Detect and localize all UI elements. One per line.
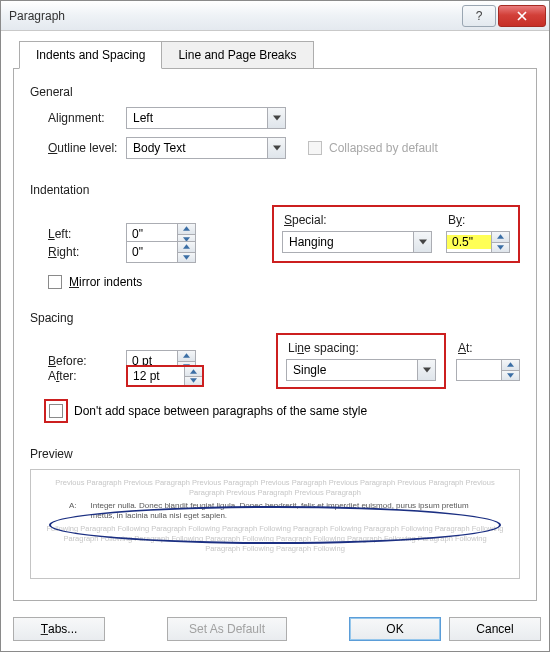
line-spacing-combo[interactable]: Single	[286, 359, 436, 381]
chevron-down-icon	[267, 138, 285, 158]
tab-line-page-breaks[interactable]: Line and Page Breaks	[161, 41, 313, 69]
after-spin[interactable]: 12 pt	[126, 365, 204, 387]
cancel-button[interactable]: Cancel	[449, 617, 541, 641]
spin-up-icon[interactable]	[502, 360, 519, 371]
section-preview: Preview	[30, 447, 520, 461]
ok-button[interactable]: OK	[349, 617, 441, 641]
collapsed-label: Collapsed by default	[329, 141, 438, 155]
tab-panel: General Alignment: Left OOutline level:u…	[13, 68, 537, 601]
spin-up-icon[interactable]	[178, 224, 195, 235]
preview-box: Previous Paragraph Previous Paragraph Pr…	[30, 469, 520, 579]
tabs-button[interactable]: Tabs...	[13, 617, 105, 641]
alignment-combo[interactable]: Left	[126, 107, 286, 129]
spin-down-icon[interactable]	[492, 243, 509, 253]
section-general: General	[30, 85, 520, 99]
no-space-same-style-checkbox[interactable]	[49, 404, 63, 418]
titlebar: Paragraph ?	[1, 1, 549, 31]
by-label: By:	[448, 213, 510, 227]
button-bar: Tabs... Set As Default OK Cancel	[1, 609, 549, 651]
special-label: Special:	[284, 213, 432, 227]
no-space-label: Don't add space between paragraphs of th…	[74, 404, 367, 418]
paragraph-dialog: Paragraph ? Indents and Spacing Line and…	[0, 0, 550, 652]
preview-annotation-ellipse	[49, 506, 501, 544]
spin-down-icon[interactable]	[178, 253, 195, 263]
spin-up-icon[interactable]	[185, 367, 202, 377]
spin-up-icon[interactable]	[178, 351, 195, 362]
section-spacing: Spacing	[30, 311, 520, 325]
indent-right-label: Right:	[30, 245, 126, 259]
window-title: Paragraph	[9, 9, 461, 23]
line-spacing-label: Line spacing:	[288, 341, 436, 355]
tab-indents-spacing[interactable]: Indents and Spacing	[19, 41, 162, 69]
mirror-indents-label: Mirror indents	[69, 275, 142, 289]
collapsed-checkbox	[308, 141, 322, 155]
client-area: Indents and Spacing Line and Page Breaks…	[1, 31, 549, 609]
set-default-button[interactable]: Set As Default	[167, 617, 287, 641]
chevron-down-icon	[267, 108, 285, 128]
by-spin[interactable]: 0.5"	[446, 231, 510, 253]
preview-prev-text: Previous Paragraph Previous Paragraph Pr…	[45, 478, 505, 498]
outline-level-combo[interactable]: Body Text	[126, 137, 286, 159]
spin-down-icon[interactable]	[185, 377, 202, 386]
chevron-down-icon	[417, 360, 435, 380]
at-label: At:	[458, 341, 520, 355]
tabstrip: Indents and Spacing Line and Page Breaks	[19, 41, 537, 69]
help-button[interactable]: ?	[462, 5, 496, 27]
indent-right-spin[interactable]: 0"	[126, 241, 196, 263]
chevron-down-icon	[413, 232, 431, 252]
indent-left-label: Left:	[30, 227, 126, 241]
after-label: After:	[30, 369, 126, 383]
alignment-label: Alignment:	[30, 111, 126, 125]
close-button[interactable]	[498, 5, 546, 27]
spin-up-icon[interactable]	[492, 232, 509, 243]
at-spin[interactable]	[456, 359, 520, 381]
spin-down-icon[interactable]	[502, 371, 519, 381]
special-combo[interactable]: Hanging	[282, 231, 432, 253]
section-indentation: Indentation	[30, 183, 520, 197]
outline-label: OOutline level:utline level:	[30, 141, 126, 155]
mirror-indents-checkbox[interactable]	[48, 275, 62, 289]
spin-up-icon[interactable]	[178, 242, 195, 253]
